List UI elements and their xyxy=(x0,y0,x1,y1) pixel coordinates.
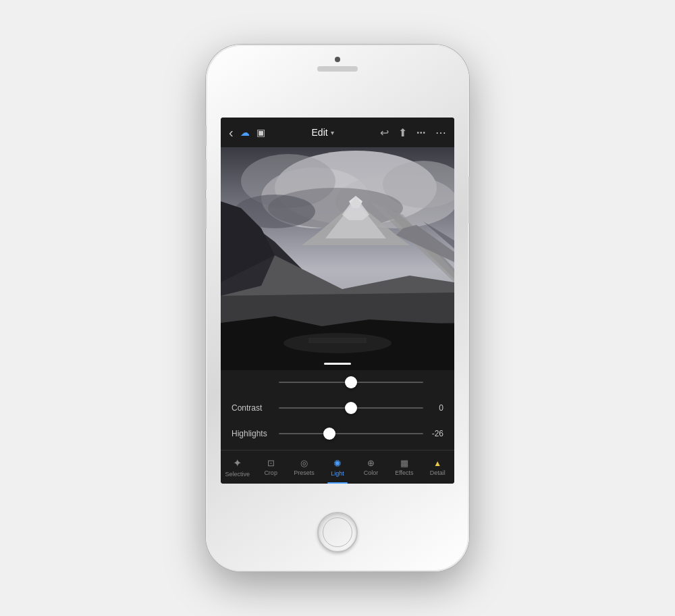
slider-track-contrast[interactable] xyxy=(279,401,423,415)
phone-frame: ‹ ☁ ▣ Edit ▾ ↩ ⬆ ••• ⋯ xyxy=(206,45,469,571)
slider-track xyxy=(279,433,423,434)
color-icon: ⊕ xyxy=(367,458,375,468)
crop-icon: ⊡ xyxy=(267,458,275,468)
selective-icon: ✦ xyxy=(233,457,242,469)
home-button[interactable] xyxy=(317,512,358,553)
detail-icon: ▲ xyxy=(433,459,441,468)
app-header: ‹ ☁ ▣ Edit ▾ ↩ ⬆ ••• ⋯ xyxy=(221,118,454,147)
svg-rect-23 xyxy=(308,338,367,343)
nav-item-effects[interactable]: ▦ Effects xyxy=(387,451,421,484)
mountain-photo xyxy=(221,147,454,370)
more-options-icon[interactable]: ••• xyxy=(416,129,426,136)
bottom-nav: ✦ Selective ⊡ Crop ◎ Presets ✺ Light ⊕ xyxy=(221,450,454,484)
share-icon[interactable]: ⬆ xyxy=(398,126,407,139)
more-icon-dots[interactable]: ⋯ xyxy=(435,126,446,139)
slider-track-exposure[interactable] xyxy=(279,376,423,389)
slider-label-highlights: Highlights xyxy=(232,429,279,438)
phone-shell: ‹ ☁ ▣ Edit ▾ ↩ ⬆ ••• ⋯ xyxy=(206,45,469,571)
header-right-controls: ↩ ⬆ ••• ⋯ xyxy=(380,126,446,139)
slider-thumb-contrast[interactable] xyxy=(345,402,357,414)
light-label: Light xyxy=(331,470,344,477)
nav-item-presets[interactable]: ◎ Presets xyxy=(288,451,321,484)
mute-switch[interactable] xyxy=(203,126,207,146)
phone-top xyxy=(317,57,358,72)
slider-row-exposure xyxy=(232,376,443,389)
phone-screen: ‹ ☁ ▣ Edit ▾ ↩ ⬆ ••• ⋯ xyxy=(221,118,454,484)
nav-item-crop[interactable]: ⊡ Crop xyxy=(254,451,287,484)
header-center: Edit ▾ xyxy=(312,127,334,138)
back-icon[interactable]: ‹ xyxy=(229,125,234,140)
slider-value-contrast: 0 xyxy=(423,403,443,413)
slider-track xyxy=(279,407,423,409)
color-label: Color xyxy=(364,469,379,476)
front-camera xyxy=(335,57,340,62)
power-button[interactable] xyxy=(468,176,472,224)
nav-item-light[interactable]: ✺ Light xyxy=(321,451,354,484)
slider-row-contrast: Contrast 0 xyxy=(232,401,443,415)
presets-label: Presets xyxy=(294,469,315,476)
histogram-indicator xyxy=(324,363,351,365)
volume-up-button[interactable] xyxy=(203,159,207,190)
earpiece-speaker xyxy=(317,66,358,72)
slider-label-contrast: Contrast xyxy=(232,403,279,413)
volume-down-button[interactable] xyxy=(203,199,207,229)
slider-row-highlights: Highlights -26 xyxy=(232,427,443,440)
panels-icon[interactable]: ▣ xyxy=(256,127,265,138)
slider-thumb-exposure[interactable] xyxy=(345,376,357,388)
sliders-panel: Contrast 0 Highlights xyxy=(221,370,454,450)
header-left-controls: ‹ ☁ ▣ xyxy=(229,125,265,140)
effects-icon: ▦ xyxy=(400,458,408,468)
light-icon: ✺ xyxy=(333,458,342,469)
nav-item-selective[interactable]: ✦ Selective xyxy=(221,451,254,484)
photo-area xyxy=(221,147,454,370)
cloud-icon[interactable]: ☁ xyxy=(240,127,250,138)
home-button-ring xyxy=(323,517,352,547)
slider-track xyxy=(279,382,423,383)
nav-item-detail[interactable]: ▲ Detail xyxy=(421,451,454,484)
slider-track-highlights[interactable] xyxy=(279,427,423,440)
slider-value-highlights: -26 xyxy=(423,429,443,438)
nav-item-color[interactable]: ⊕ Color xyxy=(354,451,387,484)
selective-label: Selective xyxy=(225,471,250,478)
edit-label: Edit xyxy=(312,127,328,138)
undo-icon[interactable]: ↩ xyxy=(380,126,389,139)
effects-label: Effects xyxy=(395,469,413,476)
crop-label: Crop xyxy=(264,469,277,476)
detail-label: Detail xyxy=(430,469,446,476)
presets-icon: ◎ xyxy=(300,458,308,468)
slider-thumb-highlights[interactable] xyxy=(323,428,335,440)
chevron-down-icon[interactable]: ▾ xyxy=(331,129,334,136)
